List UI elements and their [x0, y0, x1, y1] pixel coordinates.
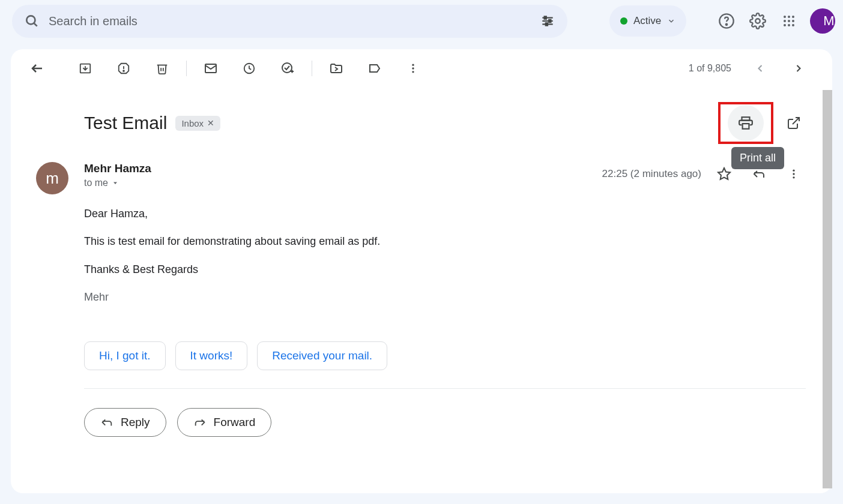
search-box[interactable]: [12, 5, 567, 38]
message-more-icon[interactable]: [782, 162, 806, 186]
subject-actions: [718, 102, 806, 144]
svg-point-10: [756, 19, 760, 23]
add-task-icon[interactable]: [276, 56, 300, 80]
svg-rect-5: [545, 16, 546, 19]
subject-row: Test Email Inbox ✕: [11, 88, 832, 144]
search-icon: [24, 13, 40, 29]
svg-point-12: [788, 16, 790, 18]
body-line: This is test email for demonstrating abo…: [84, 234, 806, 248]
back-icon[interactable]: [25, 56, 49, 80]
scrollbar[interactable]: [823, 90, 832, 488]
page-info: 1 of 9,805: [689, 63, 731, 74]
svg-point-18: [788, 24, 790, 26]
smart-replies: Hi, I got it. It works! Received your ma…: [11, 317, 832, 370]
archive-icon[interactable]: [73, 56, 97, 80]
sender-initial: m: [46, 169, 59, 188]
print-tooltip: Print all: [731, 147, 784, 169]
svg-point-15: [788, 20, 790, 22]
chevron-down-icon: [667, 17, 675, 25]
apps-grid-icon[interactable]: [776, 8, 802, 34]
to-text: to me: [84, 178, 108, 188]
delete-icon[interactable]: [150, 56, 174, 80]
label-chip-close-icon[interactable]: ✕: [207, 118, 214, 128]
status-dot-icon: [620, 17, 627, 25]
email-panel: 1 of 9,805 Test Email Inbox ✕: [11, 49, 832, 493]
print-icon: [738, 115, 754, 131]
forward-button[interactable]: Forward: [177, 408, 272, 437]
svg-line-38: [793, 118, 799, 124]
svg-point-14: [784, 20, 786, 22]
snooze-icon[interactable]: [237, 56, 261, 80]
svg-point-25: [123, 70, 124, 71]
svg-point-41: [793, 170, 794, 172]
reply-label: Reply: [121, 416, 150, 429]
toolbar-separator: [312, 61, 312, 76]
search-input[interactable]: [49, 14, 531, 28]
topbar-right: M: [714, 8, 835, 34]
svg-point-16: [792, 20, 794, 22]
labels-icon[interactable]: [363, 56, 387, 80]
forward-label: Forward: [214, 416, 256, 429]
email-toolbar: 1 of 9,805: [11, 49, 832, 88]
more-icon[interactable]: [401, 56, 425, 80]
status-pill[interactable]: Active: [609, 5, 686, 37]
move-to-icon[interactable]: [324, 56, 348, 80]
svg-rect-37: [743, 124, 749, 129]
prev-page-icon[interactable]: [748, 56, 772, 80]
body-signature: Mehr: [84, 290, 806, 304]
search-options-icon[interactable]: [540, 13, 555, 29]
svg-point-33: [412, 64, 414, 66]
label-chip[interactable]: Inbox ✕: [175, 116, 220, 131]
email-subject: Test Email: [84, 113, 167, 133]
svg-point-11: [784, 16, 786, 18]
profile-initial: M: [823, 13, 834, 29]
svg-point-42: [793, 173, 794, 175]
smart-reply-3[interactable]: Received your mail.: [257, 341, 387, 370]
smart-reply-1[interactable]: Hi, I got it.: [84, 341, 166, 370]
open-new-window-icon[interactable]: [782, 111, 806, 135]
status-label: Active: [633, 15, 661, 27]
svg-point-35: [412, 71, 414, 73]
sender-info: Mehr Hamza to me: [84, 162, 602, 188]
help-icon[interactable]: [714, 8, 739, 34]
reply-row: Reply Forward: [11, 389, 832, 437]
sender-row: m Mehr Hamza to me 22:25 (2 minutes ago): [11, 144, 832, 194]
label-chip-text: Inbox: [181, 118, 204, 128]
toolbar-separator: [186, 61, 187, 76]
svg-rect-7: [546, 23, 548, 25]
svg-marker-40: [718, 168, 730, 179]
spam-icon[interactable]: [112, 56, 136, 80]
svg-point-19: [792, 24, 794, 26]
svg-point-43: [793, 176, 794, 178]
body-greeting: Dear Hamza,: [84, 206, 806, 221]
profile-avatar[interactable]: M: [810, 8, 835, 34]
print-button[interactable]: [728, 105, 764, 141]
sender-to[interactable]: to me: [84, 178, 602, 188]
svg-point-0: [26, 16, 35, 24]
forward-arrow-icon: [193, 416, 207, 429]
svg-point-34: [412, 67, 414, 69]
svg-point-30: [282, 63, 292, 73]
smart-reply-2[interactable]: It works!: [175, 341, 248, 370]
settings-icon[interactable]: [745, 8, 770, 34]
svg-line-1: [34, 23, 37, 26]
mark-unread-icon[interactable]: [199, 56, 223, 80]
sender-avatar[interactable]: m: [36, 162, 68, 194]
timestamp: 22:25 (2 minutes ago): [602, 168, 701, 180]
sender-name: Mehr Hamza: [84, 162, 602, 175]
next-page-icon[interactable]: [787, 56, 811, 80]
reply-arrow-icon: [100, 416, 113, 429]
svg-marker-39: [113, 182, 117, 185]
svg-rect-6: [549, 20, 551, 22]
svg-point-9: [726, 24, 727, 25]
reply-button[interactable]: Reply: [84, 408, 166, 437]
svg-point-13: [792, 16, 794, 18]
body-closing: Thanks & Best Regards: [84, 262, 806, 277]
details-dropdown-icon[interactable]: [112, 179, 119, 187]
email-body: Dear Hamza, This is test email for demon…: [11, 194, 832, 304]
svg-point-17: [784, 24, 786, 26]
topbar: Active M: [0, 0, 843, 42]
print-highlight: [718, 102, 773, 144]
